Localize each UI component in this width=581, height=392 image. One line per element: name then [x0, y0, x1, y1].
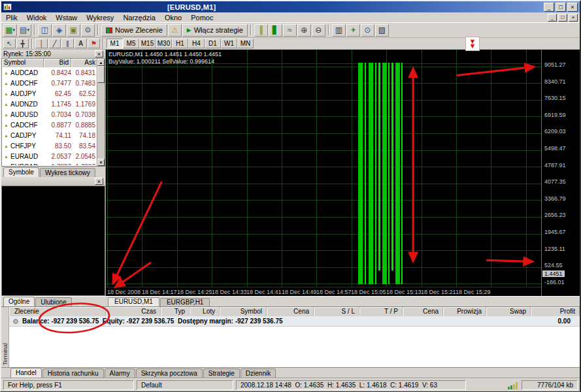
table-row[interactable]: ▲EURCAD1.78271.7837	[2, 161, 97, 165]
terminal-column-swap-10[interactable]: Swap	[486, 307, 531, 316]
time-axis[interactable]: 18 Dec 200818 Dec 14:1718 Dec 14:2518 De…	[106, 287, 541, 296]
table-row[interactable]: ▲AUDNZD1.17451.1769	[2, 99, 97, 109]
table-row[interactable]: ▲CADJPY74.1174.18	[2, 130, 97, 140]
tab-oglne[interactable]: Ogólne	[3, 297, 35, 306]
child-close-icon[interactable]: ×	[569, 14, 578, 22]
table-row[interactable]: ▲AUDCHF0.74770.7483	[2, 78, 97, 88]
tab-ulubione[interactable]: Ulubione	[35, 297, 71, 306]
enable-strategies-button[interactable]: ▶Włącz strategie	[182, 24, 248, 37]
chart-plot-area[interactable]: EURUSD,M1 1.4450 1.4451 1.4450 1.4451 Bu…	[106, 50, 541, 287]
restore-icon[interactable]: □	[556, 3, 566, 12]
timeframe-h4[interactable]: H4	[188, 39, 205, 48]
child-minimize-icon[interactable]: _	[548, 14, 557, 22]
scroll-up-icon[interactable]: ▲	[97, 59, 105, 66]
terminal-column-profit-11[interactable]: Profit	[531, 307, 580, 316]
navigator-toggle-button[interactable]: ◈	[52, 24, 66, 37]
tab-skrzynkapocztowa[interactable]: Skrzynka pocztowa	[136, 368, 203, 378]
chart-tab-eurgbph1[interactable]: EURGBP,H1	[160, 298, 210, 306]
menu-item-plik[interactable]: Plik	[1, 13, 22, 22]
child-restore-icon[interactable]: □	[558, 14, 567, 22]
timeframe-h1[interactable]: H1	[172, 39, 188, 48]
table-row[interactable]: ▲AUDCAD0.84240.8431	[2, 67, 97, 78]
timeframe-mn[interactable]: MN	[237, 39, 254, 48]
periods-button[interactable]: ⊙	[361, 24, 374, 37]
status-profile[interactable]: Default	[137, 380, 233, 390]
tab-handel[interactable]: Handel	[10, 368, 42, 378]
timeframe-m30[interactable]: M30	[156, 39, 172, 48]
timeframe-m15[interactable]: M15	[139, 39, 156, 48]
table-row[interactable]: ▲CADCHF0.88770.8885	[2, 120, 97, 130]
bar-chart-button[interactable]: ║	[254, 24, 268, 37]
candlestick-chart-button[interactable]: ▋	[269, 24, 282, 37]
close-icon[interactable]: ×	[567, 3, 578, 12]
market-watch-scrollbar[interactable]: ▲ ▼	[97, 59, 105, 166]
close-icon[interactable]: ×	[95, 178, 103, 185]
terminal-column-cena-5[interactable]: Cena	[267, 307, 314, 316]
timeframe-w1[interactable]: W1	[221, 39, 237, 48]
text-tool-button[interactable]: A	[75, 39, 87, 48]
scrollbar-thumb[interactable]	[97, 66, 105, 83]
terminal-column-loty-3[interactable]: Loty	[190, 307, 220, 316]
terminal-column-sl-6[interactable]: S / L	[314, 307, 359, 316]
column-header-symbol[interactable]: Symbol	[2, 59, 44, 67]
table-row[interactable]: ▲AUDJPY62.4562.52	[2, 88, 97, 99]
tab-alarmy[interactable]: Alarmy	[105, 368, 135, 378]
table-row[interactable]: ▲AUDUSD0.70340.7038	[2, 109, 97, 120]
cursor-button[interactable]: ↖	[3, 39, 16, 48]
timeframe-d1[interactable]: D1	[205, 39, 221, 48]
arrow-tool-button[interactable]: ⚑	[88, 39, 100, 48]
indicators-button[interactable]: +	[346, 24, 360, 37]
terminal-column-tp-7[interactable]: T / P	[359, 307, 403, 316]
alert-button[interactable]: ⚠	[168, 24, 182, 37]
terminal-column-symbol-4[interactable]: Symbol	[220, 307, 267, 316]
tab-symbole[interactable]: Symbole	[3, 167, 39, 177]
new-order-button[interactable]: Nowe Zlecenie	[101, 24, 167, 37]
new-chart-button[interactable]: ▦▾	[3, 24, 17, 37]
terminal-column-typ-2[interactable]: Typ	[161, 307, 190, 316]
crosshair-button[interactable]: ╋	[16, 39, 29, 48]
vertical-line-button[interactable]: │	[35, 39, 48, 48]
tab-wykrestickowy[interactable]: Wykres tickowy	[40, 168, 95, 177]
navigator-header[interactable]: ×	[1, 177, 105, 186]
app-icon	[3, 3, 12, 10]
column-header-bid[interactable]: Bid	[44, 59, 71, 67]
close-icon[interactable]: ×	[95, 50, 103, 57]
line-chart-button[interactable]: ≈	[283, 24, 297, 37]
terminal-toggle-button[interactable]: ▣	[67, 24, 80, 37]
terminal-side-strip[interactable]: Terminal	[1, 307, 9, 367]
templates-button[interactable]: ▨	[375, 24, 389, 37]
timeframe-m5[interactable]: M5	[123, 39, 139, 48]
menu-item-wstaw[interactable]: Wstaw	[51, 13, 82, 22]
column-header-ask[interactable]: Ask	[71, 59, 98, 67]
price-axis-label: 2656.23	[544, 212, 566, 218]
terminal-column-cena-8[interactable]: Cena	[403, 307, 443, 316]
timeframe-m1[interactable]: M1	[107, 39, 123, 48]
zoom-in-button[interactable]: ⊕	[297, 24, 311, 37]
menu-item-wykresy[interactable]: Wykresy	[82, 13, 118, 22]
red-download-button[interactable]: ▼▼	[465, 37, 480, 51]
market-watch-header[interactable]: Rynek: 15:35:00 ×	[1, 50, 105, 59]
scroll-down-icon[interactable]: ▼	[97, 159, 105, 166]
tab-strategie[interactable]: Strategie	[203, 368, 240, 378]
price-axis[interactable]: 1.4451 9051.278340.717630.156919.596209.…	[541, 50, 580, 296]
strategy-tester-button[interactable]: ⚙	[81, 24, 95, 37]
menu-item-okno[interactable]: Okno	[160, 13, 186, 22]
tile-windows-button[interactable]: ▥	[332, 24, 346, 37]
menu-item-widok[interactable]: Widok	[22, 13, 52, 22]
table-row[interactable]: ▲CHFJPY83.5083.54	[2, 140, 97, 151]
menu-item-narzdzia[interactable]: Narzędzia	[118, 13, 160, 22]
table-row[interactable]: ▲EURAUD2.05372.0545	[2, 151, 97, 161]
profiles-button[interactable]: ▤▾	[18, 24, 31, 37]
market-watch-toggle-button[interactable]: ◫	[38, 24, 52, 37]
trendline-button[interactable]: ╱	[48, 39, 61, 48]
tab-dziennik[interactable]: Dziennik	[241, 368, 276, 378]
terminal-column-czas-1[interactable]: Czas	[106, 307, 161, 316]
chart-tab-eurusdm1[interactable]: EURUSD,M1	[108, 297, 159, 306]
zoom-out-button[interactable]: ⊖	[312, 24, 325, 37]
tab-historiarachunku[interactable]: Historia rachunku	[42, 368, 104, 378]
terminal-column-zlecenie-0[interactable]: Zlecenie	[9, 307, 106, 316]
terminal-column-prowizja-9[interactable]: Prowizja	[443, 307, 486, 316]
menu-item-pomoc[interactable]: Pomoc	[186, 13, 218, 22]
channel-button[interactable]: ∥	[61, 39, 74, 48]
minimize-icon[interactable]: _	[544, 3, 554, 12]
